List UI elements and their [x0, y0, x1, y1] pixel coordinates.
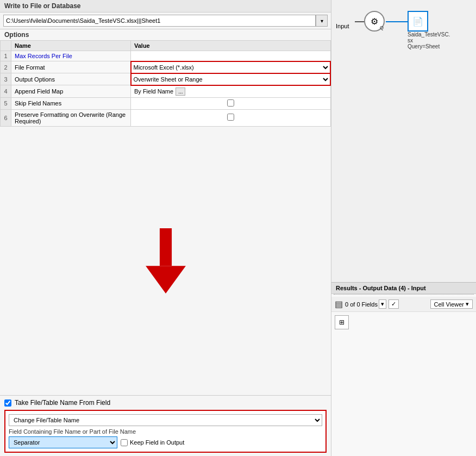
- red-box-section: Change File/Table Name Field Containing …: [4, 410, 327, 453]
- row-4-value: By Field Name ...: [131, 85, 331, 98]
- separator-row: Separator Keep Field in Output: [9, 436, 322, 448]
- row-5-name: Skip Field Names: [11, 97, 131, 109]
- results-header: Results - Output Data (4) - Input: [331, 283, 476, 294]
- options-table: Name Value 1 Max Records Per File 2 File…: [0, 40, 331, 127]
- chevron-down-icon: ▾: [381, 301, 384, 308]
- output-node[interactable]: 📄 Saida_TesteVSC.sxQuery=Sheet: [408, 11, 450, 49]
- file-format-select[interactable]: Microsoft Excel (*.xlsx) CSV JSON: [131, 62, 330, 73]
- cell-viewer-label: Cell Viewer: [434, 301, 464, 308]
- table-row: 2 File Format Microsoft Excel (*.xlsx) C…: [1, 61, 331, 73]
- options-header: Options: [0, 29, 331, 40]
- by-field-name-text: By Field Name: [134, 88, 173, 95]
- tool-icon: ⚙ Q: [364, 11, 385, 32]
- file-path-dropdown-btn[interactable]: ▾: [316, 15, 328, 27]
- results-panel: Results - Output Data (4) - Input ▤ 0 of…: [331, 282, 476, 456]
- take-filename-checkbox[interactable]: [4, 399, 11, 407]
- cell-viewer-btn[interactable]: Cell Viewer ▾: [430, 299, 473, 309]
- gear-icon: ⚙: [371, 16, 378, 27]
- table-row: 3 Output Options Overwrite Sheet or Rang…: [1, 73, 331, 85]
- row-num-3: 3: [1, 73, 11, 85]
- row-num-4: 4: [1, 85, 11, 98]
- field-containing-label: Field Containing File Name or Part of Fi…: [9, 428, 322, 435]
- right-panel: Input ⚙ Q 📄 Saida_TesteVSC.sxQuery=Sheet…: [331, 0, 476, 456]
- col-num-header: [1, 41, 11, 51]
- output-options-select[interactable]: Overwrite Sheet or Range Append Create N…: [131, 74, 330, 85]
- table-row: 1 Max Records Per File: [1, 51, 331, 61]
- keep-field-checkbox[interactable]: [121, 439, 128, 446]
- input-node-label: Input: [336, 23, 349, 29]
- options-section: Options Name Value 1 Max Records Per Fil…: [0, 29, 331, 127]
- down-arrow-icon: [144, 228, 187, 293]
- arrow-area: [0, 127, 331, 396]
- dotted-separator: [334, 294, 474, 295]
- fields-count: 0 of 0 Fields: [345, 301, 378, 308]
- skip-field-names-checkbox[interactable]: [227, 99, 234, 107]
- row-num-1: 1: [1, 51, 11, 61]
- left-panel: Write to File or Database ▾ Options Name…: [0, 0, 331, 456]
- table-row: 5 Skip Field Names: [1, 97, 331, 109]
- row-2-value: Microsoft Excel (*.xlsx) CSV JSON: [131, 61, 331, 73]
- grid-icon-btn[interactable]: ⊞: [335, 315, 349, 329]
- row-1-name: Max Records Per File: [11, 51, 131, 61]
- row-num-6: 6: [1, 109, 11, 126]
- output-icon: 📄: [408, 11, 428, 32]
- col-value-header: Value: [131, 41, 331, 51]
- results-toolbar: ▤ 0 of 0 Fields ▾ ✓ Cell Viewer ▾: [331, 297, 476, 312]
- take-filename-label: Take File/Table Name From Field: [15, 399, 110, 407]
- col-name-header: Name: [11, 41, 131, 51]
- canvas-area: Input ⚙ Q 📄 Saida_TesteVSC.sxQuery=Sheet: [331, 0, 476, 282]
- file-path-row: ▾: [0, 13, 331, 29]
- results-content: ⊞: [331, 312, 476, 456]
- row-6-name: Preserve Formatting on Overwrite (Range …: [11, 109, 131, 126]
- separator-select[interactable]: Separator: [9, 436, 117, 448]
- fields-badge: 0 of 0 Fields ▾: [345, 299, 386, 309]
- row-1-value: [131, 51, 331, 61]
- change-file-select[interactable]: Change File/Table Name: [9, 414, 322, 426]
- cell-viewer-chevron: ▾: [466, 301, 469, 308]
- section-title: Write to File or Database: [0, 0, 331, 13]
- tool-node[interactable]: ⚙ Q: [364, 11, 385, 32]
- table-icon: ▤: [335, 299, 343, 309]
- preserve-formatting-checkbox[interactable]: [227, 114, 234, 121]
- document-icon: 📄: [412, 16, 423, 27]
- row-4-name: Append Field Map: [11, 85, 131, 98]
- check-btn[interactable]: ✓: [389, 299, 399, 309]
- svg-marker-1: [146, 266, 186, 293]
- grid-icon: ⊞: [339, 318, 345, 326]
- fields-dropdown-btn[interactable]: ▾: [379, 299, 386, 309]
- output-node-label: Saida_TesteVSC.sxQuery=Sheet: [408, 32, 450, 49]
- row-3-value: Overwrite Sheet or Range Append Create N…: [131, 73, 331, 85]
- take-filename-row: Take File/Table Name From Field: [4, 399, 327, 407]
- row-num-5: 5: [1, 97, 11, 109]
- row-2-name: File Format: [11, 61, 131, 73]
- table-row: 4 Append Field Map By Field Name ...: [1, 85, 331, 98]
- row-6-value: [131, 109, 331, 126]
- svg-rect-0: [159, 228, 171, 266]
- table-row: 6 Preserve Formatting on Overwrite (Rang…: [1, 109, 331, 126]
- tool-q-label: Q: [380, 25, 384, 30]
- row-3-name: Output Options: [11, 73, 131, 85]
- change-file-dropdown-row: Change File/Table Name: [9, 414, 322, 426]
- file-path-input[interactable]: [3, 15, 316, 27]
- row-5-value: [131, 97, 331, 109]
- ellipsis-btn[interactable]: ...: [176, 88, 185, 96]
- bottom-section: Take File/Table Name From Field Change F…: [0, 395, 331, 456]
- connector-line-2: [386, 21, 408, 22]
- keep-field-label: Keep Field in Output: [121, 439, 184, 446]
- row-num-2: 2: [1, 61, 11, 73]
